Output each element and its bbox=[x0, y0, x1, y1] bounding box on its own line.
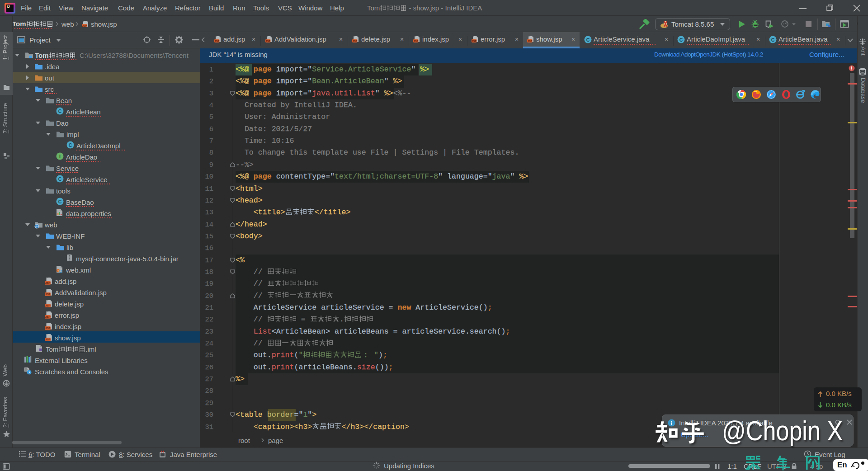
svg-text:JSP: JSP bbox=[353, 40, 358, 42]
svg-text:JSP: JSP bbox=[266, 40, 271, 42]
svg-text:C: C bbox=[679, 37, 683, 42]
svg-text:JSP: JSP bbox=[45, 326, 51, 330]
svg-text:JSP: JSP bbox=[45, 338, 51, 341]
svg-text:JSP: JSP bbox=[528, 40, 533, 42]
svg-text:C: C bbox=[586, 37, 590, 42]
svg-text:JSP: JSP bbox=[45, 315, 51, 318]
svg-text:<: < bbox=[57, 269, 59, 272]
svg-text:JSP: JSP bbox=[45, 292, 51, 296]
svg-text:C: C bbox=[58, 199, 62, 204]
svg-text:JSP: JSP bbox=[472, 40, 477, 42]
svg-text:C: C bbox=[58, 108, 62, 114]
svg-text:C: C bbox=[58, 176, 62, 182]
svg-text:JSP: JSP bbox=[45, 304, 51, 307]
svg-text:I: I bbox=[59, 154, 61, 159]
svg-text:JSP: JSP bbox=[45, 281, 51, 284]
svg-text:C: C bbox=[771, 37, 775, 42]
svg-text:JSP: JSP bbox=[215, 40, 220, 42]
svg-text:JSP: JSP bbox=[414, 40, 419, 42]
svg-text:C: C bbox=[69, 142, 72, 148]
svg-text:JSP: JSP bbox=[82, 24, 87, 27]
